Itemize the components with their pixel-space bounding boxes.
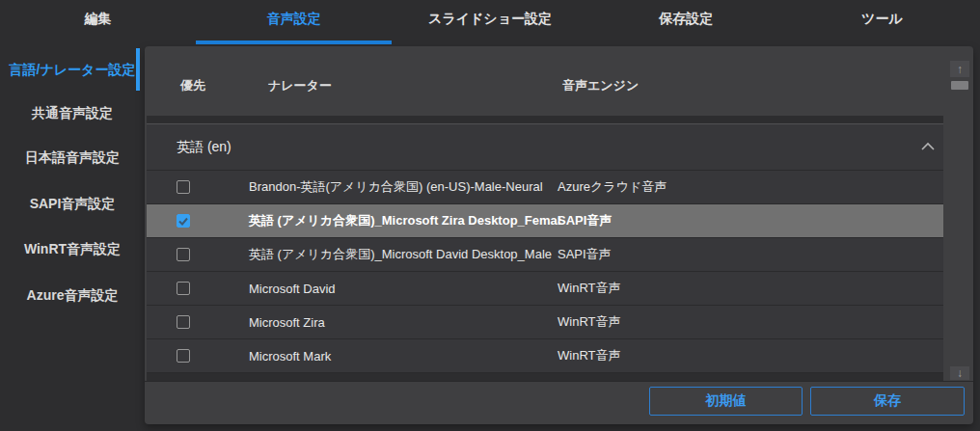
priority-checkbox[interactable] bbox=[177, 349, 190, 363]
table-row[interactable]: Microsoft David WinRT音声 bbox=[147, 272, 943, 306]
narrator-cell: Microsoft Zira bbox=[249, 315, 325, 330]
save-button[interactable]: 保存 bbox=[810, 387, 965, 416]
table-row[interactable]: 英語 (アメリカ合衆国)_Microsoft Zira Desktop_Fema… bbox=[147, 204, 943, 238]
narrator-list-viewport: 英語 (en) Brandon-英語(アメリカ合衆国) (en-US)-Male… bbox=[147, 116, 943, 381]
engine-cell: SAPI音声 bbox=[558, 212, 612, 229]
tab-edit[interactable]: 編集 bbox=[0, 0, 196, 46]
engine-cell: WinRT音声 bbox=[558, 313, 620, 331]
sidebar-item-common-voice-settings[interactable]: 共通音声設定 bbox=[0, 98, 145, 127]
table-row[interactable]: Microsoft Mark WinRT音声 bbox=[147, 339, 943, 373]
sidebar-item-azure-voice-settings[interactable]: Azure音声設定 bbox=[0, 281, 145, 310]
scrollbar-thumb[interactable] bbox=[951, 81, 968, 90]
rows-container: Brandon-英語(アメリカ合衆国) (en-US)-Male-Neural … bbox=[147, 171, 943, 373]
column-header-narrator: ナレーター bbox=[268, 77, 332, 94]
priority-checkbox[interactable] bbox=[177, 180, 190, 194]
sidebar-item-winrt-voice-settings[interactable]: WinRT音声設定 bbox=[0, 234, 145, 263]
scroll-up-icon: ↑ bbox=[957, 64, 963, 75]
scroll-down-button[interactable]: ↓ bbox=[950, 366, 969, 380]
priority-checkbox[interactable] bbox=[177, 315, 190, 329]
settings-sidebar: 言語/ナレーター設定 共通音声設定 日本語音声設定 SAPI音声設定 WinRT… bbox=[0, 46, 145, 431]
partially-scrolled-row bbox=[147, 116, 943, 124]
tab-save-settings[interactable]: 保存設定 bbox=[588, 0, 784, 46]
tab-voice-settings[interactable]: 音声設定 bbox=[196, 0, 392, 46]
scroll-up-button[interactable]: ↑ bbox=[950, 61, 969, 77]
engine-cell: Azureクラウド音声 bbox=[558, 178, 667, 196]
priority-checkbox[interactable] bbox=[177, 282, 190, 295]
sidebar-item-language-narrator-settings[interactable]: 言語/ナレーター設定 bbox=[0, 55, 145, 84]
priority-checkbox[interactable] bbox=[177, 214, 190, 228]
top-tab-bar: 編集 音声設定 スライドショー設定 保存設定 ツール bbox=[0, 0, 980, 46]
narrator-cell: Brandon-英語(アメリカ合衆国) (en-US)-Male-Neural bbox=[249, 178, 543, 196]
chevron-up-icon[interactable] bbox=[920, 142, 936, 151]
tab-slideshow-settings[interactable]: スライドショー設定 bbox=[392, 0, 587, 46]
partially-scrolled-row-bottom bbox=[147, 373, 943, 381]
narrator-cell: Microsoft David bbox=[249, 282, 336, 296]
tab-tools[interactable]: ツール bbox=[784, 0, 980, 46]
engine-cell: SAPI音声 bbox=[558, 246, 612, 263]
scroll-down-icon: ↓ bbox=[957, 367, 963, 379]
sidebar-item-sapi-voice-settings[interactable]: SAPI音声設定 bbox=[0, 189, 145, 218]
reset-defaults-button[interactable]: 初期値 bbox=[649, 387, 803, 416]
column-header-engine: 音声エンジン bbox=[562, 77, 639, 94]
priority-checkbox[interactable] bbox=[177, 248, 190, 261]
table-row[interactable]: Brandon-英語(アメリカ合衆国) (en-US)-Male-Neural … bbox=[147, 171, 943, 204]
narrator-cell: 英語 (アメリカ合衆国)_Microsoft Zira Desktop_Fema… bbox=[249, 212, 560, 229]
engine-cell: WinRT音声 bbox=[558, 347, 620, 364]
check-icon bbox=[178, 217, 188, 226]
language-group-label: 英語 (en) bbox=[177, 139, 231, 156]
narrator-cell: Microsoft Mark bbox=[249, 349, 331, 364]
column-header-priority: 優先 bbox=[180, 77, 205, 94]
sidebar-item-japanese-voice-settings[interactable]: 日本語音声設定 bbox=[0, 143, 145, 172]
narrator-cell: 英語 (アメリカ合衆国)_Microsoft David Desktop_Mal… bbox=[249, 246, 552, 263]
table-row[interactable]: 英語 (アメリカ合衆国)_Microsoft David Desktop_Mal… bbox=[147, 238, 943, 272]
engine-cell: WinRT音声 bbox=[558, 280, 620, 297]
panel-footer: 初期値 保存 bbox=[145, 381, 973, 424]
voice-settings-panel: 優先 ナレーター 音声エンジン 英語 (en) Brandon-英語(アメリカ合… bbox=[145, 46, 973, 424]
language-group-header[interactable]: 英語 (en) bbox=[147, 124, 943, 171]
table-row[interactable]: Microsoft Zira WinRT音声 bbox=[147, 306, 943, 339]
